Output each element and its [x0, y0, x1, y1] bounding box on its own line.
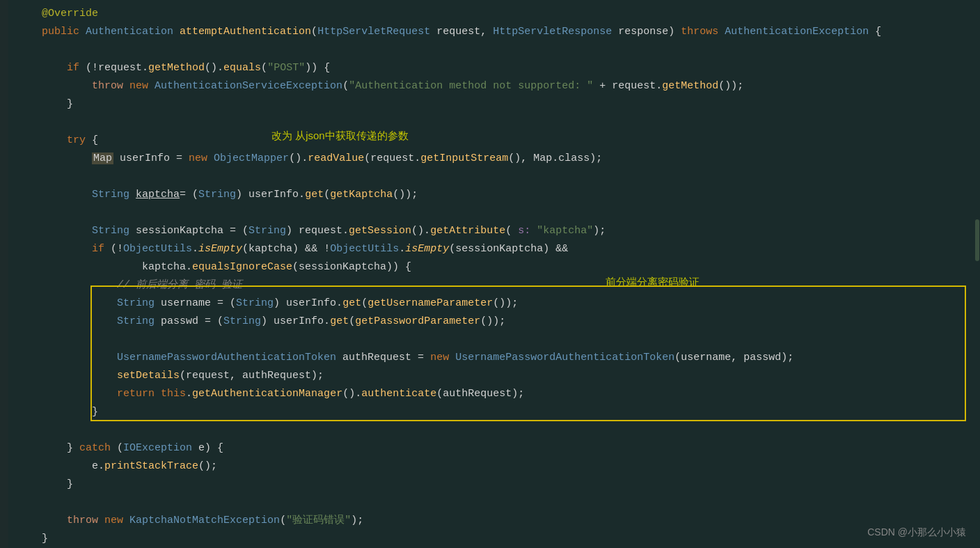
code-line-23: } [42, 404, 980, 422]
code-editor: @Override public Authentication attemptA… [0, 0, 980, 548]
code-line-6: } [42, 96, 980, 114]
code-line-4: if (!request.getMethod().equals("POST"))… [42, 60, 980, 78]
code-line-13: String sessionKaptcha = (String) request… [42, 223, 980, 241]
code-line-14: if (!ObjectUtils.isEmpty(kaptcha) && !Ob… [42, 241, 980, 259]
code-line-9: Map userInfo = new ObjectMapper().readVa… [42, 150, 980, 169]
code-line-11: String kaptcha= (String) userInfo.get(ge… [42, 187, 980, 205]
code-line-8: try { [42, 132, 980, 150]
code-line-16: // 前后端分离 密码 验证 [42, 277, 980, 295]
code-line-12 [42, 205, 980, 223]
code-line-17: String username = (String) userInfo.get(… [42, 295, 980, 313]
scrollbar[interactable] [974, 0, 980, 548]
code-line-25: } catch (IOException e) { [42, 440, 980, 458]
code-line-30: } [42, 531, 980, 548]
code-line-2: public Authentication attemptAuthenticat… [42, 24, 980, 42]
code-line-27: } [42, 476, 980, 494]
code-line-19 [42, 331, 980, 350]
code-line-26: e.printStackTrace(); [42, 458, 980, 476]
code-line-24 [42, 422, 980, 440]
code-line-10 [42, 169, 980, 187]
code-line-3 [42, 42, 980, 60]
code-line-29: throw new KaptchaNotMatchException("验证码错… [42, 512, 980, 531]
code-line-22: return this.getAuthenticationManager().a… [42, 386, 980, 404]
code-line-15: kaptcha.equalsIgnoreCase(sessionKaptcha)… [42, 259, 980, 277]
scrollbar-thumb[interactable] [975, 219, 979, 261]
code-line-5: throw new AuthenticationServiceException… [42, 78, 980, 96]
code-line-1: @Override [42, 6, 980, 24]
code-line-18: String passwd = (String) userInfo.get(ge… [42, 313, 980, 331]
code-line-20: UsernamePasswordAuthenticationToken auth… [42, 350, 980, 368]
code-line-28 [42, 494, 980, 512]
watermark: CSDN @小那么小小猿 [867, 524, 966, 540]
code-line-7 [42, 114, 980, 132]
code-line-21: setDetails(request, authRequest); [42, 368, 980, 386]
